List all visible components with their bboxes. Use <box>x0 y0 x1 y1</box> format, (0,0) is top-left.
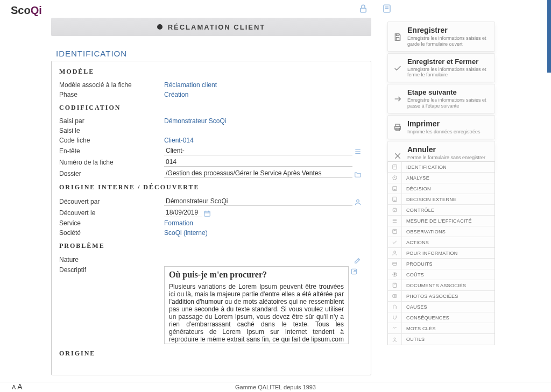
value-modele-assoc[interactable]: Réclamation client <box>164 81 363 89</box>
save-icon <box>392 32 403 41</box>
group-title-origine2: ORIGINE <box>59 350 363 358</box>
value-service[interactable]: Formation <box>164 219 363 227</box>
group-title-probleme: PROBLÈME <box>59 242 363 250</box>
entete-input[interactable] <box>164 146 352 155</box>
nav-label: MOTS CLÉS <box>402 326 436 331</box>
nav-icon <box>388 259 402 269</box>
dossier-input[interactable] <box>164 169 352 178</box>
nav-item-produits[interactable]: PRODUITS <box>388 259 495 269</box>
action-etape-suivante[interactable]: Etape suivante Enregistre les informatio… <box>387 84 495 113</box>
nav-icon <box>388 280 402 290</box>
nav-label: POUR INFORMATION <box>402 251 458 256</box>
folder-icon[interactable] <box>352 169 363 177</box>
svg-point-41 <box>394 295 395 297</box>
numero-input[interactable] <box>164 158 352 167</box>
svg-rect-13 <box>396 34 399 35</box>
nav-item-d-cision[interactable]: DÉCISION <box>388 183 495 194</box>
svg-rect-32 <box>393 229 397 233</box>
nav-icon <box>388 323 402 333</box>
nav-item-mesure-de-l-efficacit-[interactable]: MESURE DE L'EFFICACITÉ <box>388 216 495 226</box>
expand-icon[interactable] <box>349 266 359 275</box>
arrow-right-icon <box>392 94 403 103</box>
nav-item-photos-associ-es[interactable]: PHOTOS ASSOCIÉES <box>388 291 495 302</box>
section-title-identification: IDENTIFICATION <box>56 49 127 58</box>
user-icon[interactable] <box>352 197 363 205</box>
edit-icon[interactable] <box>352 255 363 264</box>
nav-item-observations[interactable]: OBSERVATIONS <box>388 226 495 237</box>
check-icon <box>392 63 403 73</box>
entete-list-icon[interactable] <box>352 146 363 155</box>
nav-label: PRODUITS <box>402 261 433 267</box>
nav-item-d-cision-externe[interactable]: DÉCISION EXTERNE <box>388 194 495 205</box>
nav-item-pour-information[interactable]: POUR INFORMATION <box>388 248 495 259</box>
nav-item-mots-cl-s[interactable]: MOTS CLÉS <box>388 323 495 334</box>
nav-icon <box>388 334 402 345</box>
nav-item-analyse[interactable]: ANALYSE <box>388 173 495 183</box>
nav-label: DÉCISION EXTERNE <box>402 197 456 202</box>
nav-label: ANALYSE <box>402 175 429 181</box>
nav-icon <box>388 194 402 204</box>
nav-label: DÉCISION <box>402 186 431 191</box>
nav-label: COÛTS <box>402 272 424 277</box>
svg-rect-26 <box>393 197 397 201</box>
label-dossier: Dossier <box>59 170 164 177</box>
nav-item-documents-associ-s[interactable]: DOCUMENTS ASSOCIÉS <box>388 280 495 291</box>
label-modele-assoc: Modèle associé à la fiche <box>59 81 164 89</box>
nav-label: IDENTIFICATION <box>402 165 447 170</box>
label-descriptif: Descriptif <box>59 266 164 274</box>
group-title-origine: ORIGINE INTERNE / DÉCOUVERTE <box>59 183 363 191</box>
nav-icon: € <box>388 269 402 280</box>
label-decouvert-par: Découvert par <box>59 198 164 205</box>
svg-rect-8 <box>204 211 210 216</box>
nav-item-causes[interactable]: CAUSES <box>388 302 495 312</box>
section-nav: IDENTIFICATIONANALYSEDÉCISIONDÉCISION EX… <box>387 161 495 345</box>
page-header: RÉCLAMATION CLIENT <box>51 18 371 36</box>
scrollbar-indicator[interactable] <box>547 0 551 73</box>
nav-icon <box>388 226 402 237</box>
svg-point-34 <box>394 251 396 253</box>
nav-item-outils[interactable]: OUTILS <box>388 334 495 345</box>
value-societe[interactable]: ScoQi (interne) <box>164 229 363 237</box>
nav-icon <box>388 312 402 323</box>
nav-label: CONSÉQUENCES <box>402 315 449 320</box>
nav-item-contr-le[interactable]: CONTRÔLE <box>388 205 495 216</box>
svg-rect-24 <box>393 186 397 190</box>
font-size-buttons[interactable]: AA <box>12 382 23 391</box>
label-decouvert-le: Découvert le <box>59 209 164 217</box>
label-code-fiche: Code fiche <box>59 137 164 144</box>
nav-icon <box>388 216 402 226</box>
label-saisi-par: Saisi par <box>59 117 164 125</box>
value-phase[interactable]: Création <box>164 91 363 98</box>
footer-text: Gamme QALITEL depuis 1993 <box>0 382 551 392</box>
nav-item-identification[interactable]: IDENTIFICATION <box>388 162 495 173</box>
value-code-fiche[interactable]: Client-014 <box>164 137 363 144</box>
decouvert-par-input[interactable] <box>164 197 352 206</box>
nav-icon <box>388 291 402 301</box>
decouvert-le-input[interactable] <box>164 208 202 217</box>
nav-icon <box>388 183 402 194</box>
svg-rect-14 <box>396 37 399 40</box>
nav-item-actions[interactable]: ACTIONS <box>388 237 495 248</box>
lock-icon[interactable] <box>358 3 368 14</box>
form-card: MODÈLE Modèle associé à la ficheRéclamat… <box>51 61 371 375</box>
action-imprimer[interactable]: Imprimer Imprime les données enregistrée… <box>387 115 495 139</box>
group-title-codification: CODIFICATION <box>59 104 363 112</box>
nav-item-cons-quences[interactable]: CONSÉQUENCES <box>388 312 495 323</box>
value-saisi-par[interactable]: Démonstrateur ScoQi <box>164 117 363 125</box>
svg-rect-40 <box>393 295 397 298</box>
action-enregistrer-fermer[interactable]: Enregistrer et Fermer Enregistre les inf… <box>387 53 495 83</box>
calendar-icon[interactable] <box>202 208 213 217</box>
nav-label: PHOTOS ASSOCIÉES <box>402 294 458 299</box>
close-icon <box>392 151 403 160</box>
nav-label: ACTIONS <box>402 240 429 245</box>
svg-point-7 <box>357 199 359 202</box>
action-enregistrer[interactable]: Enregistrer Enregistre les informations … <box>387 22 495 52</box>
nav-icon <box>388 162 402 172</box>
label-entete: En-tête <box>59 147 164 155</box>
label-nature: Nature <box>59 256 164 263</box>
nav-item-co-ts[interactable]: €COÛTS <box>388 269 495 280</box>
nav-icon <box>388 237 402 247</box>
descriptif-textarea[interactable]: Où puis-je m'en procurer? Plusieurs vari… <box>164 266 349 344</box>
nav-icon <box>388 205 402 215</box>
panel-toggle-icon[interactable] <box>382 3 392 14</box>
